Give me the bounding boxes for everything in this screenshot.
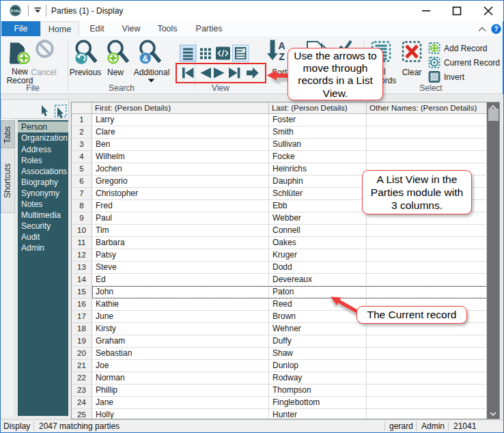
svg-text:A: A [278,40,285,51]
svg-text:EMu: EMu [10,8,20,13]
svg-text:?: ? [494,25,498,33]
svg-text:Z: Z [279,51,285,62]
svg-text:&: & [142,54,148,64]
